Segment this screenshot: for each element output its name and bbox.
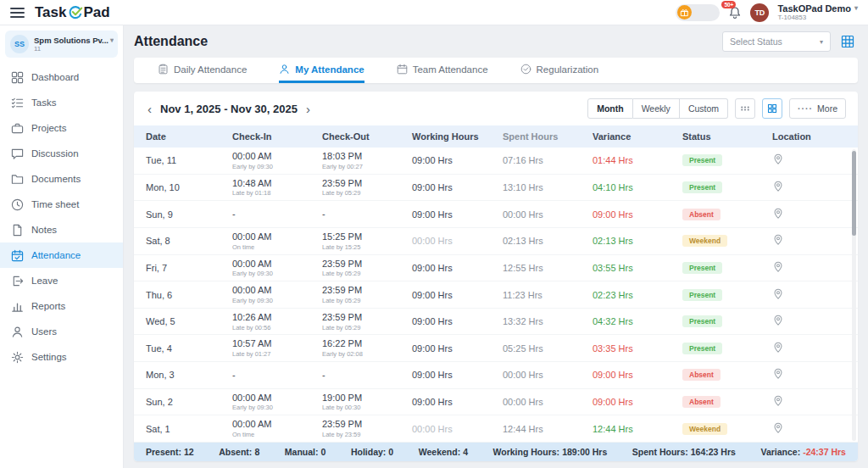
date-cell: Thu, 6 xyxy=(146,290,232,300)
note-icon xyxy=(11,224,24,237)
location-pin-icon[interactable] xyxy=(772,342,784,354)
checkin-time: 10:26 AM xyxy=(232,312,322,324)
table-row[interactable]: Tue, 4 10:57 AM Late by 01:27 16:22 PM E… xyxy=(134,335,858,362)
location-pin-icon[interactable] xyxy=(772,395,784,407)
gift-icon[interactable] xyxy=(677,5,692,20)
location-pin-icon[interactable] xyxy=(772,315,784,326)
table-row[interactable]: Sun, 2 00:00 AM Early by 09:30 19:00 PM … xyxy=(134,389,858,416)
table-row[interactable]: Tue, 11 00:00 AM Early by 09:30 18:03 PM… xyxy=(134,148,858,175)
promo-pill[interactable] xyxy=(676,4,720,21)
checkin-cell: 10:26 AM Late by 00:56 xyxy=(232,312,322,332)
hamburger-menu-icon[interactable] xyxy=(10,8,25,18)
location-pin-icon[interactable] xyxy=(772,368,784,380)
checkout-note: Late by 00:30 xyxy=(322,404,412,411)
checkin-note: On time xyxy=(232,431,322,438)
status-badge: Weekend xyxy=(682,235,727,247)
company-selector[interactable]: SS Spm Solutions Pv... ▾ 11 xyxy=(5,31,118,58)
variance-value: 01:44 Hrs xyxy=(593,155,633,165)
working-hours-value: 00:00 Hrs xyxy=(412,424,453,434)
user-avatar[interactable]: TD xyxy=(750,3,769,22)
table-row[interactable]: Wed, 5 10:26 AM Late by 00:56 23:59 PM L… xyxy=(134,309,858,336)
tab-my-attendance[interactable]: My Attendance xyxy=(279,58,364,83)
view-weekly-button[interactable]: Weekly xyxy=(633,98,680,119)
sidebar-item-attendance[interactable]: Attendance xyxy=(0,242,123,268)
calendar-view-button[interactable] xyxy=(762,98,782,119)
logo-checkmark-icon xyxy=(68,5,83,20)
location-pin-icon[interactable] xyxy=(772,422,784,434)
account-menu[interactable]: TaskOPad Demo ▾ T-104853 xyxy=(777,3,858,22)
table-row[interactable]: Mon, 3 - - 09:00 Hrs 00:00 Hrs 09:00 Hrs… xyxy=(134,362,858,389)
table-row[interactable]: Sat, 8 00:00 AM On time 15:25 PM Late by… xyxy=(134,228,858,255)
checkin-time: 00:00 AM xyxy=(232,393,322,404)
sidebar-item-dashboard[interactable]: Dashboard xyxy=(0,64,123,90)
sidebar-item-timesheet[interactable]: Time sheet xyxy=(0,192,123,217)
sidebar-item-tasks[interactable]: Tasks xyxy=(0,90,123,115)
summary-item: Working Hours:189:00 Hrs xyxy=(493,447,608,457)
list-view-button[interactable] xyxy=(735,98,755,119)
sidebar-item-reports[interactable]: Reports xyxy=(0,293,123,319)
attendance-table-body: Tue, 11 00:00 AM Early by 09:30 18:03 PM… xyxy=(134,148,858,443)
account-id: T-104853 xyxy=(777,14,858,21)
user-icon xyxy=(11,326,24,338)
checkin-time: 10:48 AM xyxy=(232,178,322,190)
checkin-cell: 10:48 AM Late by 01:18 xyxy=(232,178,322,198)
gear-icon xyxy=(11,351,24,364)
location-pin-icon[interactable] xyxy=(772,208,784,220)
clock-icon xyxy=(11,198,24,211)
sidebar-item-label: Users xyxy=(31,326,57,337)
checkin-cell: 00:00 AM On time xyxy=(232,231,322,251)
checkin-note: Late by 01:27 xyxy=(232,350,322,358)
table-row[interactable]: Mon, 10 10:48 AM Late by 01:18 23:59 PM … xyxy=(134,175,858,202)
column-date: Date xyxy=(146,131,232,142)
summary-label: Working Hours: xyxy=(493,447,560,457)
sidebar-item-users[interactable]: Users xyxy=(0,319,123,344)
checkout-cell: - xyxy=(322,209,412,220)
more-button[interactable]: ···· More xyxy=(789,98,846,119)
table-row[interactable]: Sat, 1 00:00 AM On time 23:59 PM Late by… xyxy=(134,415,858,443)
grid-view-button[interactable] xyxy=(837,31,858,52)
prev-month-icon[interactable]: ‹ xyxy=(146,103,153,115)
attendance-panel: ‹ Nov 1, 2025 - Nov 30, 2025 › Month Wee… xyxy=(134,92,858,461)
calendar-icon xyxy=(397,64,408,75)
location-pin-icon[interactable] xyxy=(772,288,784,300)
next-month-icon[interactable]: › xyxy=(304,103,312,115)
tab-label: Team Attendance xyxy=(413,64,488,75)
view-custom-button[interactable]: Custom xyxy=(680,98,728,119)
scrollbar-thumb[interactable] xyxy=(852,151,856,236)
date-cell: Sat, 1 xyxy=(146,424,232,434)
status-badge: Present xyxy=(682,343,722,354)
tab-daily-attendance[interactable]: Daily Attendance xyxy=(158,58,247,83)
variance-value: 09:00 Hrs xyxy=(593,370,633,380)
column-status: Status xyxy=(682,131,772,142)
table-row[interactable]: Sun, 9 - - 09:00 Hrs 00:00 Hrs 09:00 Hrs… xyxy=(134,201,858,228)
status-filter-select[interactable]: Select Status ▾ xyxy=(722,31,831,52)
sidebar-item-settings[interactable]: Settings xyxy=(0,344,123,370)
spent-hours-value: 12:55 Hrs xyxy=(503,263,593,273)
sidebar-item-notes[interactable]: Notes xyxy=(0,217,123,242)
location-pin-icon[interactable] xyxy=(772,261,784,273)
sidebar-item-projects[interactable]: Projects xyxy=(0,115,123,141)
checkin-cell: 00:00 AM Early by 09:30 xyxy=(232,259,322,278)
spent-hours-value: 11:23 Hrs xyxy=(503,290,593,300)
location-pin-icon[interactable] xyxy=(772,153,784,165)
location-pin-icon[interactable] xyxy=(772,234,784,246)
sidebar-item-label: Notes xyxy=(31,225,57,235)
column-location: Location xyxy=(772,131,846,142)
attendance-tabs: Daily Attendance My Attendance Team Atte… xyxy=(134,58,858,83)
table-row[interactable]: Thu, 6 00:00 AM Early by 09:30 23:59 PM … xyxy=(134,281,858,309)
view-month-button[interactable]: Month xyxy=(587,98,633,119)
sidebar-item-leave[interactable]: Leave xyxy=(0,268,123,293)
tab-team-attendance[interactable]: Team Attendance xyxy=(397,58,488,83)
briefcase-icon xyxy=(11,122,24,135)
location-pin-icon[interactable] xyxy=(772,181,784,192)
sidebar-item-discussion[interactable]: Discussion xyxy=(0,141,123,166)
sidebar-item-documents[interactable]: Documents xyxy=(0,166,123,192)
spent-hours-value: 00:00 Hrs xyxy=(503,209,593,220)
logo-text-task: Task xyxy=(35,4,67,21)
chevron-down-icon: ▾ xyxy=(820,38,823,46)
notifications-button[interactable]: 50+ xyxy=(728,6,742,20)
checkout-time: 23:59 PM xyxy=(322,285,412,297)
scrollbar[interactable] xyxy=(852,149,856,441)
table-row[interactable]: Fri, 7 00:00 AM Early by 09:30 23:59 PM … xyxy=(134,255,858,282)
tab-regularization[interactable]: Regularization xyxy=(520,58,599,83)
